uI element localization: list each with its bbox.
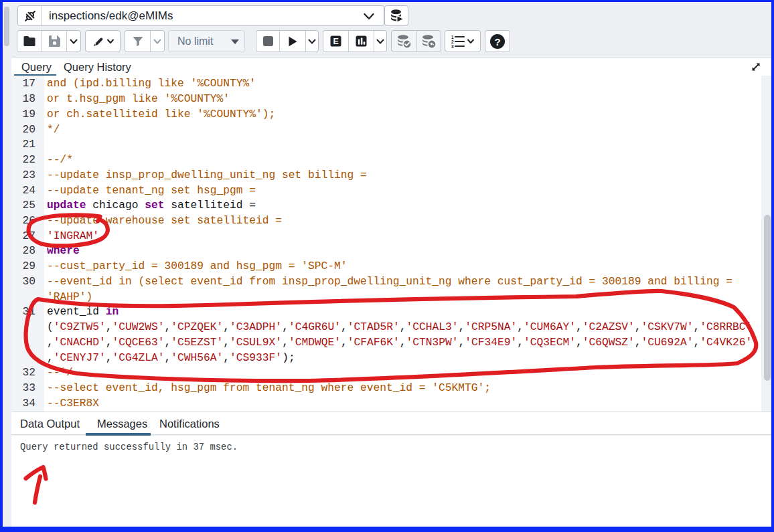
svg-text:3: 3 <box>451 43 454 48</box>
svg-text:?: ? <box>494 35 500 47</box>
svg-text:E: E <box>333 37 339 46</box>
svg-text:2: 2 <box>451 39 454 43</box>
